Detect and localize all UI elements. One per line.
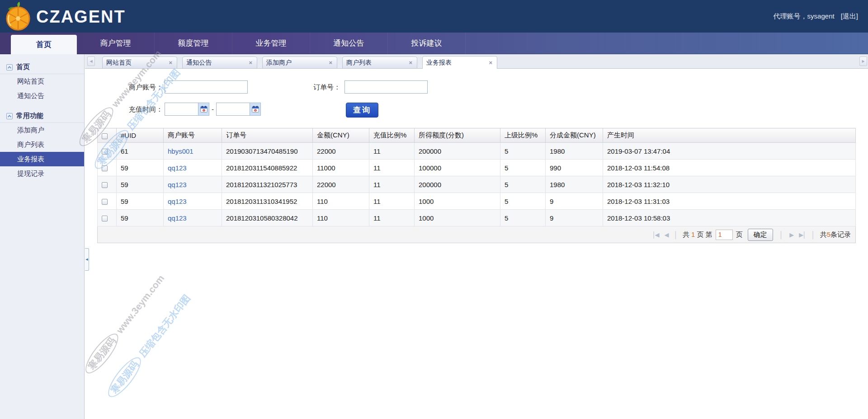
tabs-scroll-right-icon[interactable]: ▶ [859,56,867,66]
next-page-icon[interactable]: ▶ [788,231,794,238]
cell-share-amount: 1980 [546,143,603,160]
cell-credit: 100000 [415,160,500,176]
cell-parent-ratio: 5 [500,143,546,160]
page-unit-label: 页 [736,231,743,239]
sidebar-item-label: 提现记录 [17,169,44,177]
cell-amount: 11000 [313,160,369,176]
nav-item[interactable]: 通知公告 [310,33,388,54]
collapse-left-icon: ◀ [85,258,88,261]
nav-item[interactable]: 业务管理 [232,33,310,54]
close-icon[interactable]: × [248,59,253,66]
sidebar-item[interactable]: 添加商户 [0,123,84,137]
calendar-icon[interactable] [250,103,261,116]
sidebar-common-items: 添加商户 商户列表 业务报表 提现记录 [0,123,84,181]
page-tab-label: 通知公告 [186,59,248,67]
account-link[interactable]: qq123 [168,164,187,172]
sidebar-section-title: 首页 [16,63,30,71]
cell-amount: 110 [313,193,369,210]
account-link[interactable]: qq123 [168,181,187,188]
close-icon[interactable]: × [168,59,173,66]
records-count-number: 5 [827,231,830,238]
logo-text: CZAGENT [36,7,126,27]
date-to-input[interactable] [216,103,250,116]
nav-item[interactable]: 首页 [11,35,77,55]
close-icon[interactable]: × [488,59,493,66]
cell-credit: 1000 [415,193,500,210]
cell-created-at: 2019-03-07 13:47:04 [603,143,856,160]
cell-recharge-ratio: 11 [369,193,415,210]
records-total-text: 共5条记录 [820,231,851,239]
collapse-up-icon[interactable] [6,64,13,71]
nav-item[interactable]: 投诉建议 [388,33,466,54]
account-link[interactable]: qq123 [168,214,187,222]
cell-order-no: 2018120311321025773 [222,176,313,193]
cell-recharge-ratio: 11 [369,160,415,176]
select-all-checkbox[interactable] [102,133,108,139]
tabs-scroll-left-icon[interactable]: ◀ [87,56,95,66]
cell-order-no: 2018120311310341952 [222,193,313,210]
cell-share-amount: 1980 [546,176,603,193]
account-link[interactable]: hbys001 [168,147,193,155]
cell-created-at: 2018-12-03 11:32:10 [603,176,856,193]
nav-item-label: 商户管理 [100,39,131,47]
nav-item-label: 投诉建议 [411,39,442,47]
nav-item[interactable]: 商户管理 [77,33,155,54]
row-checkbox[interactable] [102,199,108,205]
row-checkbox[interactable] [102,149,108,155]
total-pages-text: 共 1 页 第 [683,231,712,239]
table-row: 59 qq123 2018120310580328042 110 11 1000… [98,210,856,226]
cell-order-no: 2018120311540885922 [222,160,313,176]
collapse-up-icon[interactable] [6,113,13,119]
header-bar: CZAGENT 代理账号，sysagent [退出] [0,0,868,33]
tab-strip: ◀ 网站首页 × 通知公告 × 添加商户 × 商户列表 [85,54,868,69]
row-checkbox[interactable] [102,182,108,188]
col-share-amount: 分成金额(CNY) [546,128,603,143]
sidebar-item[interactable]: 业务报表 [0,152,84,166]
search-button[interactable]: 查询 [346,103,378,118]
cell-share-amount: 9 [546,193,603,210]
page-number-input[interactable] [716,230,733,240]
sidebar-item[interactable]: 商户列表 [0,137,84,152]
page-tab[interactable]: 商户列表 × [342,56,417,68]
last-page-icon[interactable]: ▶│ [797,231,807,238]
confirm-page-button[interactable]: 确定 [748,229,773,241]
prev-page-icon[interactable]: ◀ [663,231,670,238]
close-icon[interactable]: × [328,59,333,66]
cell-uid: 61 [117,143,164,160]
date-from-input[interactable] [165,103,198,116]
sidebar-item[interactable]: 网站首页 [0,74,84,89]
sidebar-section-home[interactable]: 首页 [0,61,84,74]
logout-link[interactable]: [退出] [841,12,858,21]
sidebar-section-common[interactable]: 常用功能 [0,109,84,123]
cell-share-amount: 9 [546,210,603,226]
agent-account-label: 代理账号，sysagent [774,12,835,21]
sidebar-collapse-handle[interactable]: ◀ [85,248,89,271]
close-icon[interactable]: × [408,59,413,66]
order-no-input[interactable] [344,80,428,94]
page-tab[interactable]: 通知公告 × [182,56,257,68]
sidebar-item-label: 网站首页 [17,77,44,85]
pagination-bar: │◀ ◀ │ 共 1 页 第 页 确定 │ ▶ ▶│ │ 共5条记录 [97,226,856,243]
row-checkbox[interactable] [102,216,108,221]
table-row: 61 hbys001 2019030713470485190 22000 11 … [98,143,856,160]
cell-credit: 1000 [415,210,500,226]
first-page-icon[interactable]: │◀ [651,231,660,238]
nav-item[interactable]: 额度管理 [155,33,232,54]
cell-uid: 59 [117,160,164,176]
brand: CZAGENT [5,1,126,33]
row-checkbox[interactable] [102,165,108,171]
account-link[interactable]: qq123 [168,198,187,205]
cell-amount: 110 [313,210,369,226]
sidebar-item[interactable]: 通知公告 [0,89,84,103]
page-tab[interactable]: 网站首页 × [102,56,177,68]
page-tab-label: 业务报表 [426,59,488,67]
calendar-icon[interactable] [198,103,209,116]
main-nav: 首页 商户管理 额度管理 业务管理 通知公告 投诉建议 [0,33,868,54]
page-tab[interactable]: 添加商户 × [262,56,337,68]
page-tab[interactable]: 业务报表 × [422,56,497,69]
cell-uid: 59 [117,210,164,226]
cell-amount: 22000 [313,176,369,193]
merchant-account-input[interactable] [165,80,248,94]
sidebar-item-label: 商户列表 [17,141,44,148]
sidebar-item[interactable]: 提现记录 [0,166,84,181]
